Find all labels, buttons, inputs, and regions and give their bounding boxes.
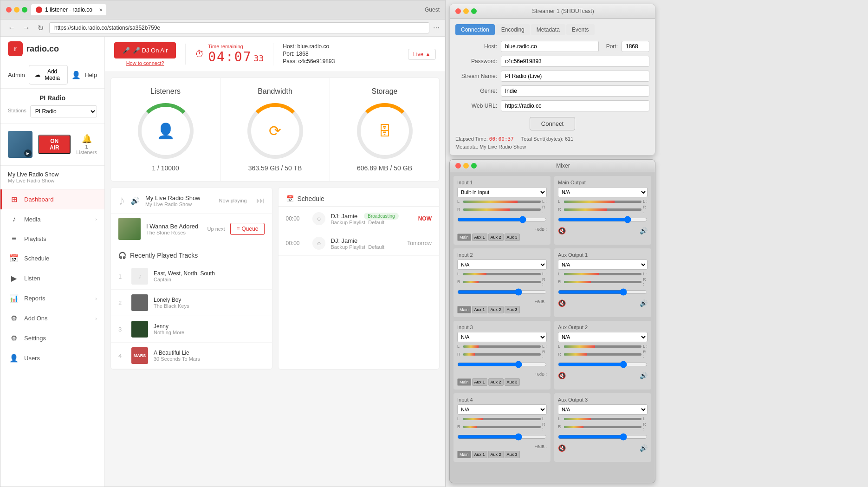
- mute-button[interactable]: 🔇: [558, 372, 566, 379]
- minimize-dot[interactable]: [14, 7, 19, 13]
- on-air-button[interactable]: ON AIR: [38, 135, 71, 154]
- skip-button[interactable]: ⏭: [256, 196, 265, 206]
- meter-bar-r: [564, 281, 641, 283]
- tab-events[interactable]: Events: [566, 24, 595, 35]
- track-artist: 30 Seconds To Mars: [154, 356, 265, 362]
- aux3-btn[interactable]: Aux 3: [505, 378, 520, 386]
- aux-output2-select[interactable]: N/A: [558, 332, 648, 342]
- browser-tab[interactable]: 1 listener - radio.co ✕: [31, 4, 106, 15]
- sidebar-item-media[interactable]: ♪ Media ›: [0, 209, 104, 229]
- connect-button[interactable]: Connect: [530, 117, 575, 130]
- playlists-icon: ≡: [9, 234, 19, 243]
- guest-label: Guest: [425, 6, 440, 13]
- more-options-button[interactable]: ⋯: [433, 24, 440, 32]
- aux1-btn[interactable]: Aux 1: [472, 306, 487, 313]
- main-aux-btn[interactable]: Main: [457, 451, 471, 458]
- volume-slider[interactable]: [457, 288, 547, 296]
- stream-name-input[interactable]: [501, 71, 649, 82]
- mute-button[interactable]: 🔇: [558, 444, 566, 452]
- sidebar-item-dashboard[interactable]: ⊞ Dashboard: [0, 189, 104, 209]
- web-url-input[interactable]: [501, 100, 649, 111]
- minimize-dot[interactable]: [463, 163, 469, 169]
- tab-encoding[interactable]: Encoding: [496, 24, 530, 35]
- mixer-channel-input4: Input 4 N/A L L : R R : +6dB :: [453, 393, 551, 462]
- maximize-dot[interactable]: [22, 7, 27, 13]
- sidebar-item-users[interactable]: 👤 Users: [0, 348, 104, 368]
- volume-slider[interactable]: [558, 361, 648, 368]
- sidebar-item-listen[interactable]: ▶ Listen: [0, 268, 104, 288]
- speaker-button[interactable]: 🔊: [640, 227, 648, 234]
- maximize-dot[interactable]: [471, 163, 477, 169]
- track-artist: The Black Keys: [154, 303, 265, 309]
- close-dot[interactable]: [455, 8, 461, 14]
- panel-left: ♪ 🔊 My Live Radio Show My Live Radio Sho…: [110, 187, 272, 370]
- panel-right: 📅 Schedule 00:00 ⊙ DJ: Jamie Broadcastin…: [278, 187, 440, 370]
- aux-output3-select[interactable]: N/A: [558, 404, 648, 415]
- forward-button[interactable]: →: [21, 24, 32, 32]
- address-bar[interactable]: https://studio.radio.co/stations/sa352b7…: [49, 22, 429, 33]
- input2-select[interactable]: N/A: [457, 260, 547, 270]
- add-media-button[interactable]: ☁ Add Media: [29, 65, 68, 84]
- close-dot[interactable]: [6, 7, 12, 13]
- admin-button[interactable]: Admin: [8, 71, 25, 78]
- input1-select[interactable]: Built-in Input: [457, 187, 547, 197]
- how-to-connect-link[interactable]: How to connect?: [126, 60, 164, 66]
- aux1-btn[interactable]: Aux 1: [472, 378, 487, 386]
- volume-slider[interactable]: [558, 288, 648, 296]
- user-icon[interactable]: 👤: [71, 71, 81, 79]
- maximize-dot[interactable]: [471, 8, 477, 14]
- volume-slider[interactable]: [457, 433, 547, 441]
- sidebar-item-settings[interactable]: ⚙ Settings: [0, 328, 104, 348]
- host-input[interactable]: [501, 41, 599, 52]
- aux1-btn[interactable]: Aux 1: [472, 234, 487, 241]
- sidebar-item-addons[interactable]: ⚙ Add Ons ›: [0, 308, 104, 328]
- mute-button[interactable]: 🔇: [558, 299, 566, 307]
- sidebar-item-playlists[interactable]: ≡ Playlists: [0, 229, 104, 248]
- aux3-btn[interactable]: Aux 3: [505, 451, 520, 458]
- input3-select[interactable]: N/A: [457, 332, 547, 342]
- close-dot[interactable]: [455, 163, 461, 169]
- port-input[interactable]: [622, 41, 649, 52]
- tab-close-btn[interactable]: ✕: [99, 7, 103, 13]
- aux2-btn[interactable]: Aux 2: [488, 234, 504, 241]
- volume-slider[interactable]: [558, 433, 648, 441]
- listeners-icon: 👤: [156, 122, 175, 140]
- speaker-button[interactable]: 🔊: [640, 444, 648, 452]
- refresh-button[interactable]: ↻: [36, 24, 45, 32]
- main-aux-btn[interactable]: Main: [457, 306, 471, 313]
- sidebar-item-label: Users: [24, 355, 40, 362]
- genre-input[interactable]: [501, 85, 649, 97]
- aux3-btn[interactable]: Aux 3: [505, 306, 520, 313]
- aux-output1-select[interactable]: N/A: [558, 260, 648, 270]
- speaker-button[interactable]: 🔊: [640, 299, 648, 307]
- help-link[interactable]: Help: [84, 71, 97, 78]
- aux1-btn[interactable]: Aux 1: [472, 451, 487, 458]
- dj-on-air-button[interactable]: 🎤 🎤 DJ On Air: [114, 42, 176, 58]
- aux3-btn[interactable]: Aux 3: [505, 234, 520, 241]
- queue-button[interactable]: ≡ Queue: [230, 223, 264, 235]
- password-input[interactable]: [501, 56, 649, 67]
- volume-slider[interactable]: [457, 361, 547, 368]
- station-select[interactable]: PI Radio: [30, 105, 97, 117]
- live-toggle-button[interactable]: Live ▲: [408, 49, 436, 60]
- main-output-select[interactable]: N/A: [558, 187, 648, 197]
- speaker-button[interactable]: 🔊: [640, 372, 648, 379]
- streamer-titlebar: Streamer 1 (SHOUTcast): [450, 4, 655, 19]
- volume-slider[interactable]: [457, 216, 547, 223]
- mute-button[interactable]: 🔇: [558, 227, 566, 234]
- volume-slider[interactable]: [558, 216, 648, 223]
- aux2-btn[interactable]: Aux 2: [488, 451, 504, 458]
- sidebar-item-schedule[interactable]: 📅 Schedule: [0, 248, 104, 268]
- back-button[interactable]: ←: [6, 24, 17, 32]
- main-aux-btn[interactable]: Main: [457, 378, 471, 386]
- minimize-dot[interactable]: [463, 8, 469, 14]
- aux2-btn[interactable]: Aux 2: [488, 378, 504, 386]
- meter-row-l: L L :: [558, 272, 648, 276]
- tab-metadata[interactable]: Metadata: [531, 24, 565, 35]
- sidebar-item-reports[interactable]: 📊 Reports ›: [0, 288, 104, 308]
- main-aux-btn[interactable]: Main: [457, 234, 471, 241]
- aux2-btn[interactable]: Aux 2: [488, 306, 504, 313]
- tab-connection[interactable]: Connection: [455, 24, 495, 35]
- input4-select[interactable]: N/A: [457, 404, 547, 415]
- station-selector: PI Radio Stations PI Radio: [0, 89, 104, 123]
